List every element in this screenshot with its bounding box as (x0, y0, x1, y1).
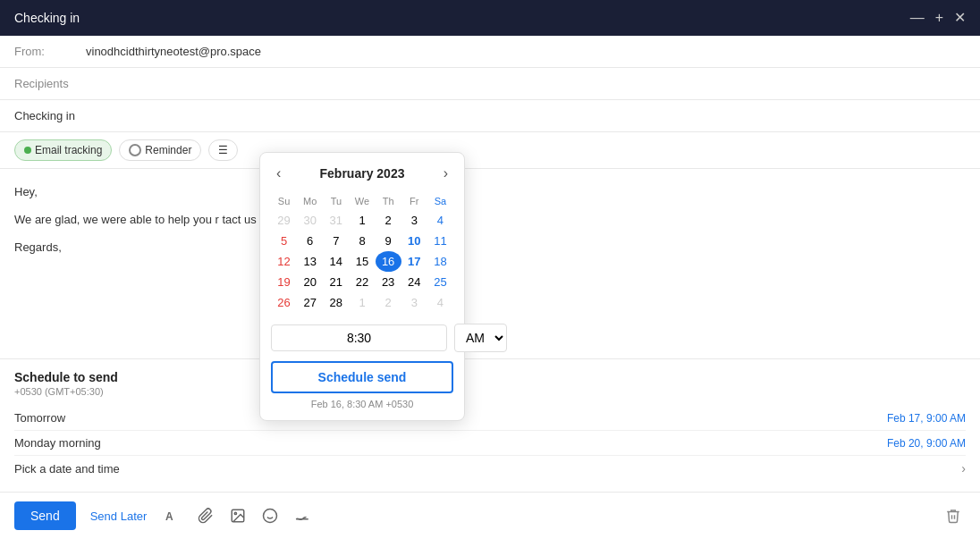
cal-day[interactable]: 29 (271, 210, 297, 231)
bottom-toolbar: Send Send Later A (0, 492, 980, 539)
delete-button[interactable] (941, 503, 966, 528)
attachment-icon[interactable] (193, 503, 218, 528)
body-line1: Hey, (14, 183, 966, 202)
image-icon[interactable] (225, 503, 250, 528)
body-line3: Regards, (14, 239, 966, 257)
reminder-button[interactable]: Reminder (119, 139, 201, 161)
calendar-prev-button[interactable]: ‹ (271, 164, 286, 183)
cal-day[interactable]: 21 (323, 272, 349, 292)
cal-day[interactable]: 4 (427, 210, 453, 231)
weekday-su: Su (271, 192, 297, 210)
cal-day[interactable]: 12 (271, 251, 297, 272)
cal-day[interactable]: 4 (427, 292, 453, 313)
compose-window: Checking in — + ✕ From: vinodhcidthirtyn… (0, 0, 980, 539)
cal-day[interactable]: 11 (427, 231, 453, 251)
recipients-label: Recipients (14, 77, 86, 90)
cal-day[interactable]: 22 (349, 272, 375, 292)
font-icon[interactable]: A (161, 503, 186, 528)
svg-point-2 (235, 512, 237, 514)
cal-day[interactable]: 7 (323, 231, 349, 251)
close-button[interactable]: ✕ (954, 11, 966, 25)
calendar-week-2: 5 6 7 8 9 10 11 (271, 231, 453, 251)
weekday-mo: Mo (297, 192, 323, 210)
tracking-dot-icon (24, 147, 31, 154)
cal-day[interactable]: 2 (376, 210, 401, 231)
svg-text:A: A (165, 510, 173, 523)
cal-day[interactable]: 1 (349, 292, 375, 313)
cal-day[interactable]: 20 (297, 272, 323, 292)
schedule-section: Schedule to send +0530 (GMT+05:30) Tomor… (0, 358, 980, 492)
subject-row[interactable]: Checking in (0, 100, 980, 132)
cal-day[interactable]: 15 (349, 251, 375, 272)
calendar-weekdays: Su Mo Tu We Th Fr Sa (271, 192, 453, 210)
reminder-label: Reminder (145, 144, 191, 156)
more-options-button[interactable]: ☰ (208, 139, 238, 161)
schedule-item-tomorrow[interactable]: Tomorrow Feb 17, 9:00 AM (14, 406, 966, 431)
cal-day[interactable]: 23 (376, 272, 401, 292)
cal-day[interactable]: 18 (427, 251, 453, 272)
cal-day[interactable]: 25 (427, 272, 453, 292)
calendar-next-button[interactable]: › (438, 164, 453, 183)
cal-day[interactable]: 5 (271, 231, 297, 251)
email-tracking-button[interactable]: Email tracking (14, 139, 112, 161)
cal-day[interactable]: 13 (297, 251, 323, 272)
cal-day[interactable]: 9 (376, 231, 401, 251)
titlebar: Checking in — + ✕ (0, 0, 980, 36)
cal-day[interactable]: 3 (401, 292, 427, 313)
window-controls: — + ✕ (910, 11, 966, 25)
schedule-item-pick-date[interactable]: Pick a date and time › (14, 456, 966, 481)
ampm-select[interactable]: AM PM (454, 324, 507, 352)
schedule-title: Schedule to send (14, 370, 966, 384)
more-options-icon: ☰ (218, 144, 228, 156)
calendar-week-4: 19 20 21 22 23 24 25 (271, 272, 453, 292)
subject-value: Checking in (14, 109, 75, 122)
compose-area: From: vinodhcidthirtyneotest@pro.space R… (0, 36, 980, 539)
calendar-footer-text: Feb 16, 8:30 AM +0530 (271, 399, 453, 409)
calendar-month-year: February 2023 (320, 166, 405, 181)
cal-day[interactable]: 19 (271, 272, 297, 292)
cal-day[interactable]: 3 (401, 210, 427, 231)
recipients-row[interactable]: Recipients (0, 68, 980, 100)
weekday-we: We (349, 192, 375, 210)
schedule-timezone: +0530 (GMT+05:30) (14, 386, 966, 397)
body-line2: We are glad, we were able to help you r … (14, 211, 966, 230)
email-tracking-label: Email tracking (35, 144, 102, 156)
emoji-icon[interactable] (258, 503, 283, 528)
cal-day[interactable]: 2 (376, 292, 401, 313)
cal-day-selected[interactable]: 16 (376, 251, 401, 272)
time-input[interactable] (271, 324, 447, 351)
send-later-button[interactable]: Send Later (83, 502, 155, 530)
schedule-send-button[interactable]: Schedule send (271, 361, 453, 393)
cal-day[interactable]: 1 (349, 210, 375, 231)
cal-day[interactable]: 28 (323, 292, 349, 313)
from-row: From: vinodhcidthirtyneotest@pro.space (0, 36, 980, 68)
minimize-button[interactable]: — (910, 11, 925, 25)
expand-button[interactable]: + (935, 11, 943, 25)
cal-day[interactable]: 24 (401, 272, 427, 292)
cal-day[interactable]: 17 (401, 251, 427, 272)
calendar-header: ‹ February 2023 › (271, 164, 453, 183)
schedule-items: Tomorrow Feb 17, 9:00 AM Monday morning … (14, 406, 966, 481)
calendar-time-row: AM PM (271, 324, 453, 352)
cal-day[interactable]: 27 (297, 292, 323, 313)
calendar-week-5: 26 27 28 1 2 3 4 (271, 292, 453, 313)
calendar-overlay: ‹ February 2023 › Su Mo Tu We Th Fr Sa (259, 152, 465, 421)
send-button[interactable]: Send (14, 501, 76, 530)
from-value: vinodhcidthirtyneotest@pro.space (86, 45, 261, 58)
cal-day[interactable]: 6 (297, 231, 323, 251)
cal-day[interactable]: 31 (323, 210, 349, 231)
cal-day[interactable]: 14 (323, 251, 349, 272)
cal-day[interactable]: 8 (349, 231, 375, 251)
weekday-sa: Sa (427, 192, 453, 210)
calendar-week-1: 29 30 31 1 2 3 4 (271, 210, 453, 231)
schedule-item-monday[interactable]: Monday morning Feb 20, 9:00 AM (14, 431, 966, 456)
calendar-week-3: 12 13 14 15 16 17 18 (271, 251, 453, 272)
calendar-grid: Su Mo Tu We Th Fr Sa 29 30 31 (271, 192, 453, 313)
cal-day[interactable]: 26 (271, 292, 297, 313)
from-label: From: (14, 45, 86, 58)
compose-toolbar: Email tracking Reminder ☰ (0, 132, 980, 169)
cal-day[interactable]: 30 (297, 210, 323, 231)
signature-icon[interactable] (290, 503, 315, 528)
cal-day[interactable]: 10 (401, 231, 427, 251)
reminder-icon (129, 144, 141, 156)
